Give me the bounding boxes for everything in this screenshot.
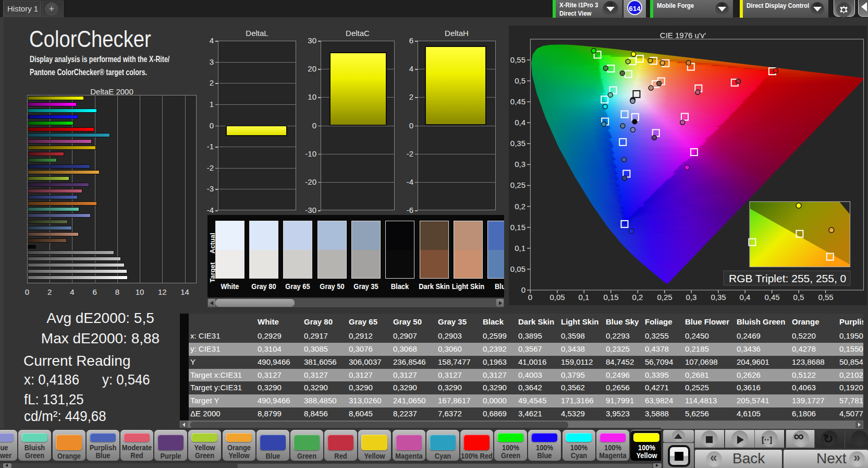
svg-text:0,2: 0,2 — [632, 293, 643, 302]
svg-text:0,55: 0,55 — [510, 55, 525, 64]
svg-text:0,25: 0,25 — [510, 181, 525, 189]
svg-text:0,15: 0,15 — [510, 223, 525, 232]
svg-text:0,05: 0,05 — [549, 293, 565, 302]
svg-text:0,45: 0,45 — [510, 97, 525, 106]
svg-text:0,3: 0,3 — [686, 293, 697, 302]
svg-text:0,55: 0,55 — [818, 293, 833, 302]
svg-text:0,4: 0,4 — [515, 118, 525, 127]
svg-text:0,25: 0,25 — [657, 293, 672, 302]
svg-text:0,1: 0,1 — [579, 293, 590, 302]
svg-text:0,35: 0,35 — [711, 293, 726, 302]
svg-text:0,05: 0,05 — [510, 265, 525, 273]
svg-text:0,45: 0,45 — [764, 293, 779, 302]
svg-text:0,15: 0,15 — [603, 293, 618, 302]
svg-text:0: 0 — [528, 293, 532, 302]
svg-text:0,35: 0,35 — [510, 139, 525, 148]
svg-text:RGB Triplet: 255, 255, 0: RGB Triplet: 255, 255, 0 — [729, 272, 846, 284]
svg-text:0,5: 0,5 — [515, 76, 525, 85]
svg-text:0,3: 0,3 — [515, 160, 525, 169]
svg-text:0,5: 0,5 — [793, 293, 804, 302]
svg-text:0,1: 0,1 — [515, 244, 525, 253]
svg-text:0,2: 0,2 — [515, 202, 525, 211]
svg-text:0,4: 0,4 — [740, 293, 751, 302]
svg-text:0: 0 — [521, 285, 525, 294]
svg-text:CIE 1976 u'v': CIE 1976 u'v' — [660, 31, 706, 40]
